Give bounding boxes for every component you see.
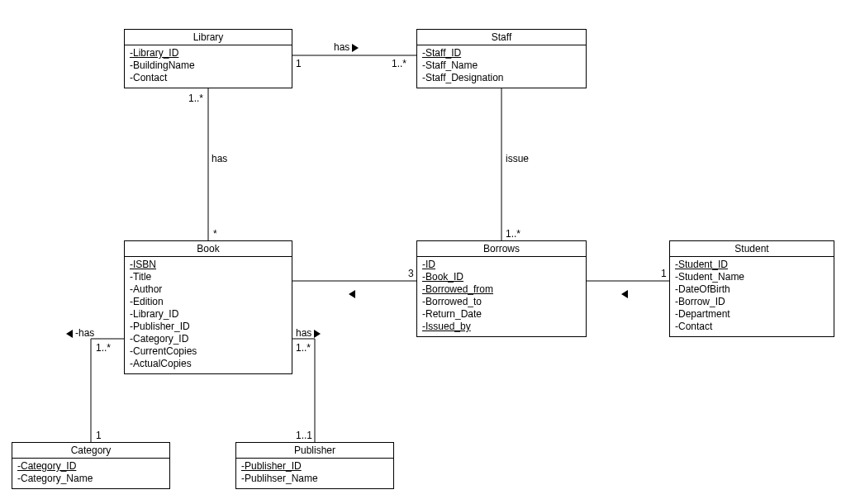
class-attribute: -BuildingName [130, 59, 287, 72]
class-attribute: -Library_ID [130, 47, 287, 59]
assoc-library-staff-end2: 1..* [392, 58, 406, 69]
class-attribute: -Issued_by [422, 321, 581, 333]
class-attribute: -CurrentCopies [130, 345, 287, 358]
class-student-attrs: -Student_ID-Student_Name-DateOfBirth-Bor… [670, 257, 834, 336]
assoc-book-category-end1: 1..* [96, 342, 111, 354]
class-attribute: -Return_Date [422, 308, 581, 321]
assoc-borrows-student-end2: 1 [661, 268, 667, 279]
class-category-attrs: -Category_ID-Category_Name [12, 459, 169, 488]
triangle-west-icon [349, 290, 355, 298]
class-category-title: Category [12, 443, 169, 459]
class-student: Student -Student_ID-Student_Name-DateOfB… [669, 240, 834, 337]
class-attribute: -ActualCopies [130, 358, 287, 370]
assoc-staff-borrows-end2: 1..* [506, 228, 520, 240]
class-staff-attrs: -Staff_ID-Staff_Name-Staff_Designation [417, 45, 586, 88]
class-attribute: -Staff_ID [422, 47, 581, 59]
class-publisher: Publisher -Publisher_ID-Publihser_Name [235, 442, 394, 489]
assoc-borrows-student-arrow [621, 288, 630, 299]
class-category: Category -Category_ID-Category_Name [12, 442, 170, 489]
class-attribute: -Category_Name [17, 473, 164, 485]
class-attribute: -DateOfBirth [675, 283, 829, 296]
class-attribute: -Publisher_ID [130, 321, 287, 333]
class-attribute: -Student_ID [675, 259, 829, 271]
assoc-book-publisher-end2: 1..1 [296, 430, 312, 441]
assoc-book-borrows-arrow [349, 288, 358, 299]
class-book-title: Book [125, 241, 292, 257]
class-staff: Staff -Staff_ID-Staff_Name-Staff_Designa… [416, 29, 587, 88]
assoc-library-book-end2: * [213, 228, 217, 240]
class-attribute: -Publisher_ID [241, 460, 388, 473]
class-publisher-attrs: -Publisher_ID-Publihser_Name [236, 459, 393, 488]
class-book: Book -ISBN-Title-Author-Edition-Library_… [124, 240, 292, 374]
class-book-attrs: -ISBN-Title-Author-Edition-Library_ID-Pu… [125, 257, 292, 373]
class-attribute: -Contact [130, 72, 287, 84]
assoc-staff-borrows-label: issue [506, 153, 529, 164]
class-attribute: -Category_ID [130, 333, 287, 345]
class-borrows-title: Borrows [417, 241, 586, 257]
class-attribute: -Contact [675, 321, 829, 333]
assoc-book-category-label: -has [66, 327, 94, 339]
class-library: Library -Library_ID-BuildingName-Contact [124, 29, 292, 88]
class-attribute: -ID [422, 259, 581, 271]
class-attribute: -Book_ID [422, 271, 581, 283]
assoc-library-staff-label: has [334, 41, 359, 53]
class-library-attrs: -Library_ID-BuildingName-Contact [125, 45, 292, 88]
class-borrows: Borrows -ID-Book_ID-Borrowed_from-Borrow… [416, 240, 587, 337]
class-attribute: -Staff_Name [422, 59, 581, 72]
triangle-west-icon [66, 330, 73, 338]
triangle-east-icon [352, 44, 359, 52]
assoc-book-borrows-end1: 3 [408, 268, 414, 279]
class-attribute: -Borrowed_to [422, 296, 581, 308]
class-staff-title: Staff [417, 30, 586, 45]
class-publisher-title: Publisher [236, 443, 393, 459]
triangle-west-icon [621, 290, 628, 298]
class-attribute: -Title [130, 271, 287, 283]
class-attribute: -Publihser_Name [241, 473, 388, 485]
triangle-east-icon [314, 330, 321, 338]
class-attribute: -Edition [130, 296, 287, 308]
class-attribute: -Category_ID [17, 460, 164, 473]
class-attribute: -Author [130, 283, 287, 296]
class-attribute: -Borrowed_from [422, 283, 581, 296]
assoc-book-category-end2: 1 [96, 430, 102, 441]
uml-class-diagram: Library -Library_ID-BuildingName-Contact… [0, 0, 846, 504]
assoc-library-book-label: has [212, 153, 227, 164]
assoc-library-book-end1: 1..* [188, 93, 203, 104]
class-attribute: -Department [675, 308, 829, 321]
assoc-book-publisher-end1: 1..* [296, 342, 311, 354]
class-library-title: Library [125, 30, 292, 45]
class-attribute: -Library_ID [130, 308, 287, 321]
assoc-library-staff-end1: 1 [296, 58, 302, 69]
class-attribute: -Student_Name [675, 271, 829, 283]
class-attribute: -ISBN [130, 259, 287, 271]
class-attribute: -Staff_Designation [422, 72, 581, 84]
class-student-title: Student [670, 241, 834, 257]
class-borrows-attrs: -ID-Book_ID-Borrowed_from-Borrowed_to-Re… [417, 257, 586, 336]
class-attribute: -Borrow_ID [675, 296, 829, 308]
assoc-book-publisher-label: has [296, 327, 321, 339]
